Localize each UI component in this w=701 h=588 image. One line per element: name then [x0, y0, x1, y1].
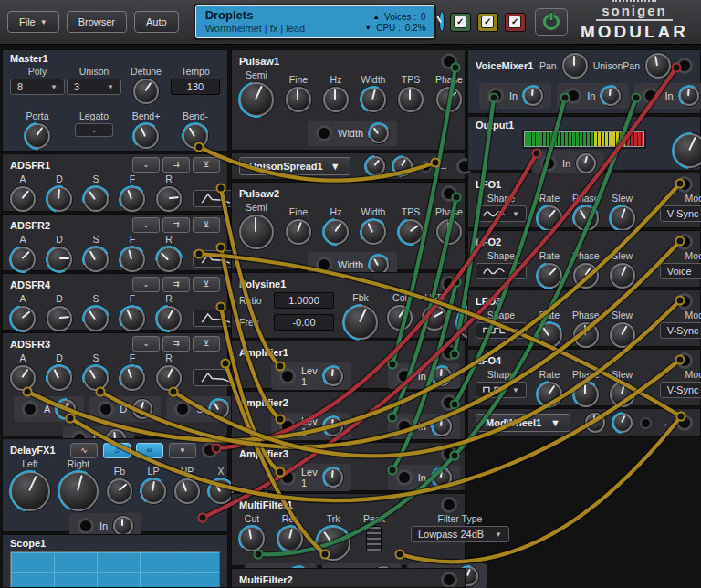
ratio-field[interactable]: 1.0000	[274, 292, 334, 309]
pulsaw2-output-jack[interactable]	[441, 185, 457, 202]
rate-knob[interactable]	[537, 322, 562, 348]
input-jack[interactable]	[22, 401, 38, 417]
in-level-knob[interactable]	[601, 86, 621, 106]
audio-input[interactable]: In	[388, 465, 460, 490]
unison-dropdown[interactable]: 3 ▼	[67, 79, 121, 95]
input-jack[interactable]	[396, 469, 413, 486]
mode-dropdown[interactable]: V-Sync▼	[660, 205, 701, 222]
fade-knob[interactable]	[120, 186, 145, 212]
in-knob[interactable]	[432, 366, 452, 386]
decay-knob[interactable]	[47, 365, 72, 391]
in-level-knob[interactable]	[679, 86, 699, 106]
multifilter2-output-jack[interactable]	[441, 572, 457, 588]
slew-mode-button[interactable]: ∿	[70, 443, 98, 458]
lev-knob[interactable]	[323, 416, 343, 436]
slew-knob[interactable]	[610, 263, 635, 289]
input-jack[interactable]	[316, 125, 332, 142]
spread-knob-2[interactable]	[392, 156, 413, 176]
sustain-knob[interactable]	[83, 247, 109, 272]
phase-knob[interactable]	[573, 263, 599, 289]
fade-knob[interactable]	[120, 247, 145, 272]
width-knob[interactable]	[361, 219, 386, 245]
audio-input[interactable]: In	[388, 414, 460, 439]
slew-knob[interactable]	[610, 205, 635, 231]
phase-knob[interactable]	[573, 382, 599, 407]
mixer-in-1[interactable]: In	[479, 83, 551, 109]
fade-knob[interactable]	[120, 365, 145, 391]
decay-knob[interactable]	[47, 247, 72, 272]
attack-knob[interactable]	[10, 186, 36, 212]
in-level-knob[interactable]	[523, 86, 543, 106]
lev-input[interactable]: Lev 1	[271, 413, 351, 440]
tempo-field[interactable]: 130	[171, 79, 220, 95]
mod-amount-knob[interactable]	[132, 399, 152, 419]
green-cables-toggle[interactable]: ✓	[450, 13, 471, 32]
fade-knob[interactable]	[120, 306, 145, 331]
col-knob[interactable]	[387, 305, 413, 331]
input-jack[interactable]	[279, 418, 296, 435]
phase-knob[interactable]	[573, 322, 599, 348]
mod-input-sustain[interactable]: S	[166, 396, 236, 422]
tps-knob[interactable]	[398, 87, 424, 112]
in-knob[interactable]	[432, 416, 452, 436]
porta-knob[interactable]	[25, 123, 50, 149]
modwheel-button[interactable]: ModWheel1 ▼	[476, 414, 570, 432]
delayfx1-output-jack[interactable]	[202, 442, 218, 458]
semi-knob[interactable]	[239, 215, 274, 249]
attack-knob[interactable]	[10, 365, 36, 391]
trk-knob[interactable]	[316, 526, 350, 561]
lev-input[interactable]: Lev 1	[271, 362, 351, 390]
x-knob[interactable]	[208, 478, 234, 504]
input-jack[interactable]	[487, 88, 504, 104]
input-jack[interactable]	[316, 257, 332, 273]
sustain-knob[interactable]	[83, 186, 109, 212]
mode-dropdown[interactable]: Voice▼	[660, 263, 701, 279]
mod-amount-knob[interactable]	[209, 399, 229, 419]
input-jack[interactable]	[98, 401, 114, 417]
input-jack[interactable]	[565, 88, 581, 104]
release-knob[interactable]	[156, 306, 182, 331]
audio-input[interactable]: In	[388, 363, 460, 389]
shape-dropdown[interactable]: ▼	[476, 322, 527, 339]
env-mode-button[interactable]: ⌄	[132, 336, 160, 352]
lfo4-output-jack[interactable]	[676, 352, 693, 369]
retrigger-button[interactable]: ⇉	[162, 277, 190, 292]
left-knob[interactable]	[10, 471, 50, 511]
hp-knob[interactable]	[174, 478, 200, 504]
lev-input[interactable]: Lev 1	[271, 464, 351, 491]
mod-amount-knob[interactable]	[56, 399, 76, 419]
rate-knob[interactable]	[537, 382, 562, 407]
patch-display[interactable]: Droplets Wormhelmet | fx | lead ▲ Voices…	[195, 5, 434, 38]
width-knob[interactable]	[361, 87, 386, 112]
pulsaw1-output-jack[interactable]	[441, 53, 457, 69]
unisonspread-button[interactable]: UnisonSpread1 ▼	[239, 157, 350, 175]
filter-type-dropdown[interactable]: Lowpass 24dB ▼	[411, 526, 509, 542]
peak-slider[interactable]	[366, 526, 382, 551]
shape-dropdown[interactable]: ▼	[476, 205, 527, 222]
modwheel-knob-1[interactable]	[585, 413, 605, 433]
input-jack[interactable]	[540, 155, 557, 172]
amplifier2-output-jack[interactable]	[441, 394, 457, 411]
lfo2-output-jack[interactable]	[676, 234, 693, 250]
width-mod-input[interactable]: Width	[308, 121, 397, 146]
decay-knob[interactable]	[47, 186, 72, 212]
legato-dropdown[interactable]: ⌄	[75, 123, 113, 137]
retrigger-button[interactable]: ⇉	[162, 217, 190, 233]
browser-button[interactable]: Browser	[67, 11, 127, 33]
mode-dropdown[interactable]: V-Sync▼	[660, 322, 701, 339]
mixer-in-2[interactable]: In	[557, 83, 629, 109]
lev-knob[interactable]	[323, 467, 343, 488]
attack-knob[interactable]	[10, 247, 36, 272]
input-jack[interactable]	[396, 368, 413, 384]
bend-plus-knob[interactable]	[133, 123, 159, 149]
pan-knob[interactable]	[562, 53, 588, 79]
env-mode-button[interactable]: ⌄	[132, 277, 160, 292]
right-knob[interactable]	[58, 471, 99, 511]
fbk-knob[interactable]	[343, 305, 378, 340]
amplifier1-output-jack[interactable]	[441, 344, 457, 361]
mod-input-decay[interactable]: D	[89, 396, 161, 422]
decay-knob[interactable]	[47, 306, 72, 331]
sustain-knob[interactable]	[83, 306, 109, 331]
lp-knob[interactable]	[141, 478, 166, 504]
input-jack[interactable]	[643, 88, 659, 104]
